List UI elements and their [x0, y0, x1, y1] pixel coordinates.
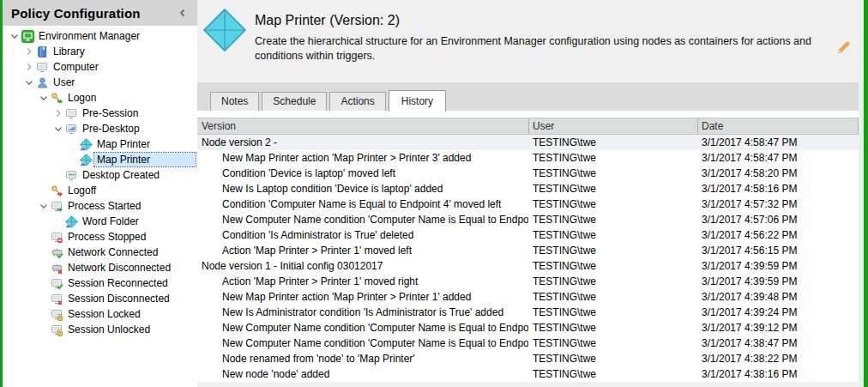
cell-version: Condition 'Device is laptop' moved left [197, 167, 528, 179]
session-disconnected-icon [51, 292, 65, 305]
history-row[interactable]: Action 'Map Printer > Printer 1' moved r… [197, 274, 859, 289]
history-row[interactable]: New Computer Name condition 'Computer Na… [197, 336, 859, 351]
tab-actions[interactable]: Actions [329, 92, 385, 111]
history-row[interactable]: Action 'Map Printer > Printer 1' moved l… [197, 243, 859, 258]
pre-desktop-icon [65, 122, 80, 136]
map-printer-icon [80, 153, 94, 166]
tree-item-process-stopped[interactable]: Process Stopped [3, 229, 197, 245]
tree-item-logon[interactable]: Logon [3, 90, 197, 106]
tree-item-pre-desktop[interactable]: Pre-Desktop [3, 121, 197, 136]
tree-item-word-folder[interactable]: Word Folder [3, 214, 197, 229]
network-disconnected-icon [51, 261, 65, 275]
cell-user: TESTING\twe [528, 183, 697, 195]
cell-date: 3/1/2017 4:38:47 PM [697, 337, 859, 349]
cell-user: TESTING\twe [528, 260, 697, 272]
tab-notes[interactable]: Notes [210, 92, 259, 111]
history-row[interactable]: New Computer Name condition 'Computer Na… [197, 212, 859, 227]
tree-spacer [51, 215, 65, 228]
cell-version: Action 'Map Printer > Printer 1' moved r… [197, 275, 528, 287]
cell-user: TESTING\twe [528, 167, 697, 179]
main-panel: Map Printer (Version: 2) Create the hier… [197, 0, 864, 387]
tree-item-map-printer[interactable]: Map Printer [3, 136, 197, 152]
cell-version: Condition 'Is Administrator is True' del… [197, 229, 528, 241]
tree-item-process-started[interactable]: Process Started [3, 198, 197, 214]
chevron-icon[interactable] [22, 76, 36, 89]
chevron-icon[interactable] [37, 199, 51, 213]
session-reconnected-icon [51, 276, 65, 290]
history-row[interactable]: Condition 'Computer Name is Equal to End… [197, 197, 859, 212]
environment-manager-window: Policy Configuration Environment Manager… [0, 0, 868, 387]
chevron-icon[interactable] [22, 60, 36, 74]
tree-item-desktop-created[interactable]: Desktop Created [3, 167, 197, 183]
history-row[interactable]: Condition 'Is Administrator is True' del… [197, 227, 859, 243]
tree-spacer [37, 323, 51, 336]
tree-item-map-printer[interactable]: Map Printer [3, 152, 197, 167]
tree-spacer [37, 276, 51, 290]
cell-user: TESTING\twe [528, 229, 697, 241]
history-table-header: Version User Date [197, 118, 859, 135]
library-icon [36, 45, 51, 58]
history-row[interactable]: Node version 1 - Initial config 03012017… [197, 258, 859, 274]
tree-item-logoff[interactable]: Logoff [3, 183, 197, 198]
map-printer-icon [80, 137, 94, 151]
cell-date: 3/1/2017 4:39:24 PM [697, 306, 859, 318]
tree-item-user[interactable]: User [3, 75, 197, 90]
cell-version: New Computer Name condition 'Computer Na… [197, 214, 528, 226]
column-header-date[interactable]: Date [697, 118, 859, 134]
chevron-icon[interactable] [8, 29, 21, 43]
tree-item-network-disconnected[interactable]: Network Disconnected [3, 260, 197, 275]
tree-item-environment-manager[interactable]: Environment Manager [3, 28, 197, 44]
logon-icon [51, 91, 65, 105]
cell-user: TESTING\twe [528, 136, 697, 148]
cell-date: 3/1/2017 4:39:59 PM [697, 260, 859, 272]
cell-date: 3/1/2017 4:56:22 PM [697, 229, 859, 241]
tab-schedule[interactable]: Schedule [262, 92, 327, 111]
tree-item-session-disconnected[interactable]: Session Disconnected [3, 291, 197, 306]
chevron-icon[interactable] [51, 122, 65, 136]
cell-date: 3/1/2017 4:58:47 PM [697, 136, 859, 148]
cell-user: TESTING\twe [528, 291, 697, 303]
history-row[interactable]: New Is Laptop condition 'Device is lapto… [197, 181, 859, 197]
history-row[interactable]: Condition 'Device is laptop' moved left … [197, 166, 859, 181]
process-started-icon [51, 199, 65, 213]
tree-item-computer[interactable]: Computer [3, 59, 197, 75]
cell-version: New Computer Name condition 'Computer Na… [197, 322, 528, 334]
history-row[interactable]: New Map Printer action 'Map Printer > Pr… [197, 150, 859, 166]
chevron-icon[interactable] [37, 91, 51, 105]
process-stopped-icon [51, 230, 65, 244]
chevron-left-icon[interactable] [177, 7, 189, 19]
cell-date: 3/1/2017 4:38:16 PM [697, 368, 859, 380]
history-row[interactable]: New Map Printer action 'Map Printer > Pr… [197, 289, 859, 305]
cell-date: 3/1/2017 4:58:47 PM [697, 152, 859, 164]
tab-history[interactable]: History [389, 90, 446, 112]
tab-strip: NotesScheduleActionsHistory [197, 82, 859, 111]
history-row[interactable]: Node renamed from 'node' to 'Map Printer… [197, 351, 859, 366]
edit-pencil-icon[interactable] [835, 39, 852, 56]
tree-spacer [37, 184, 51, 197]
chevron-icon[interactable] [22, 45, 36, 58]
tree-item-session-reconnected[interactable]: Session Reconnected [3, 275, 197, 291]
history-row[interactable]: New node 'node' added TESTING\twe 3/1/20… [197, 366, 859, 382]
tree-item-pre-session[interactable]: Pre-Session [3, 106, 197, 121]
chevron-icon[interactable] [51, 106, 65, 120]
tree-spacer [51, 168, 65, 182]
history-row[interactable]: New Is Administrator condition 'Is Admin… [197, 305, 859, 320]
history-row[interactable]: Node version 2 - TESTING\twe 3/1/2017 4:… [197, 135, 859, 150]
scrollbar-track [859, 82, 864, 387]
column-header-version[interactable]: Version [197, 118, 528, 134]
cell-user: TESTING\twe [528, 337, 697, 349]
column-header-user[interactable]: User [528, 118, 697, 134]
cell-user: TESTING\twe [528, 198, 697, 210]
tree-item-library[interactable]: Library [3, 44, 197, 59]
history-row[interactable]: New Computer Name condition 'Computer Na… [197, 320, 859, 336]
tree-spacer [37, 245, 51, 259]
tree-item-session-unlocked[interactable]: Session Unlocked [3, 322, 197, 337]
environment-manager-icon [21, 29, 36, 43]
tree-item-session-locked[interactable]: Session Locked [3, 306, 197, 322]
tree-item-network-connected[interactable]: Network Connected [3, 245, 197, 260]
cell-date: 3/1/2017 4:38:22 PM [697, 353, 859, 365]
session-locked-icon [51, 307, 65, 321]
cell-date: 3/1/2017 4:56:15 PM [697, 245, 859, 257]
cell-version: New node 'node' added [197, 368, 528, 380]
history-table-body: Node version 2 - TESTING\twe 3/1/2017 4:… [197, 135, 859, 382]
